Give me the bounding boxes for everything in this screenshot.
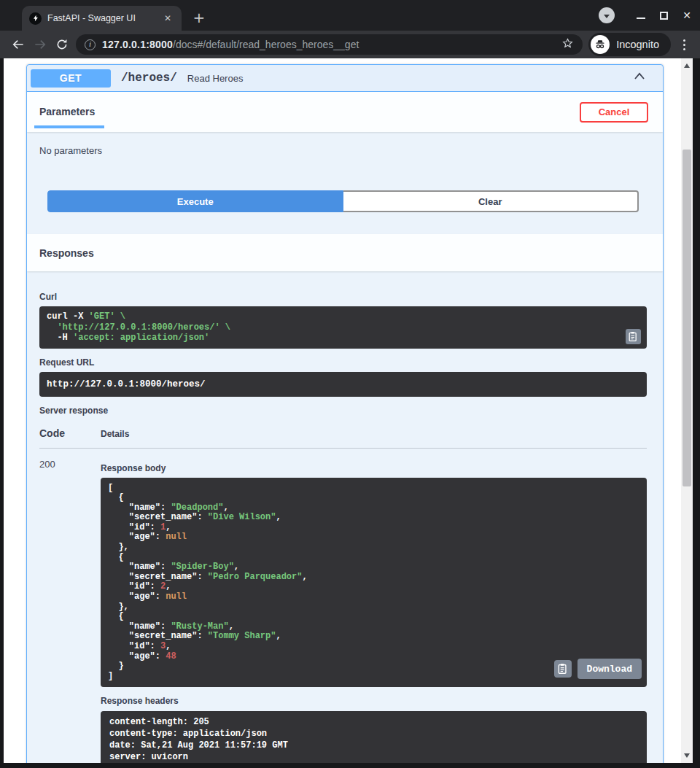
request-url-label: Request URL (39, 357, 647, 368)
execute-button[interactable]: Execute (47, 190, 343, 212)
browser-titlebar: FastAPI - Swagger UI ✕ + ✕ (0, 0, 700, 31)
site-info-icon[interactable]: i (85, 39, 96, 50)
request-url-value: http://127.0.0.1:8000/heroes/ (47, 379, 206, 389)
responses-title: Responses (39, 247, 94, 259)
swagger-page: GET /heroes/ Read Heroes Parameters Canc… (4, 58, 681, 763)
response-headers-text: content-length: 205content-type: applica… (109, 716, 638, 763)
page-content: GET /heroes/ Read Heroes Parameters Canc… (4, 58, 693, 763)
endpoint-path: /heroes/ (121, 71, 177, 85)
forward-button[interactable] (29, 37, 51, 52)
response-body-label: Response body (101, 463, 647, 473)
opblock-summary[interactable]: GET /heroes/ Read Heroes (27, 65, 663, 92)
browser-tab[interactable]: FastAPI - Swagger UI ✕ (22, 6, 182, 31)
url-text[interactable]: 127.0.0.1:8000/docs#/default/read_heroes… (102, 39, 555, 50)
download-button[interactable]: Download (578, 659, 642, 679)
tab-parameters[interactable]: Parameters (39, 106, 95, 119)
address-bar[interactable]: i 127.0.0.1:8000/docs#/default/read_hero… (76, 34, 583, 55)
url-host: 127.0.0.1:8000 (102, 39, 173, 50)
server-response-table: Code Details 200 Response body [ { "name… (39, 427, 647, 764)
curl-command-block: curl -X 'GET' \ 'http://127.0.0.1:8000/h… (39, 306, 647, 349)
cancel-button[interactable]: Cancel (580, 102, 648, 123)
reload-button[interactable] (51, 38, 73, 51)
tab-close-icon[interactable]: ✕ (161, 12, 174, 25)
page-scrollbar[interactable] (681, 58, 693, 763)
minimize-button[interactable] (637, 18, 645, 19)
server-response-label: Server response (39, 406, 647, 416)
collapse-chevron-icon[interactable] (631, 68, 648, 88)
responses-body: Curl curl -X 'GET' \ 'http://127.0.0.1:8… (27, 271, 663, 763)
response-details: Response body [ { "name": "Deadpond", "s… (101, 457, 647, 764)
incognito-badge: Incognito (588, 33, 671, 56)
no-parameters-text: No parameters (39, 145, 647, 156)
curl-label: Curl (39, 292, 647, 302)
tab-search-button[interactable] (599, 7, 615, 23)
window-controls: ✕ (599, 7, 691, 23)
back-button[interactable] (7, 37, 29, 52)
fastapi-favicon-icon (29, 12, 42, 25)
parameters-body: No parameters Execute Clear (27, 132, 663, 212)
responses-header: Responses (27, 234, 663, 271)
close-window-button[interactable]: ✕ (682, 10, 691, 20)
response-body-json: [ { "name": "Deadpond", "secret_name": "… (108, 484, 639, 682)
incognito-label: Incognito (616, 39, 659, 50)
incognito-icon (591, 35, 610, 54)
scrollbar-down-icon[interactable] (684, 753, 690, 758)
status-code: 200 (39, 457, 101, 764)
code-column-header: Code (39, 427, 101, 439)
request-url-block: http://127.0.0.1:8000/heroes/ (39, 372, 647, 397)
scrollbar-up-icon[interactable] (684, 63, 690, 68)
response-headers-block: content-length: 205content-type: applica… (101, 711, 647, 763)
maximize-button[interactable] (660, 12, 668, 20)
url-path: /docs#/default/read_heroes_heroes__get (173, 39, 359, 50)
details-column-header: Details (101, 429, 129, 439)
new-tab-button[interactable]: + (190, 9, 209, 28)
scrollbar-thumb[interactable] (682, 150, 691, 486)
copy-response-button[interactable] (554, 660, 572, 678)
response-headers-label: Response headers (101, 696, 647, 706)
endpoint-summary: Read Heroes (187, 73, 244, 84)
response-row-200: 200 Response body [ { "name": "Deadpond"… (39, 449, 647, 764)
copy-curl-button[interactable] (626, 329, 641, 344)
opblock-get-heroes: GET /heroes/ Read Heroes Parameters Canc… (26, 64, 664, 763)
execute-group: Execute Clear (47, 190, 639, 212)
chevron-down-icon (604, 15, 610, 18)
response-body-block: [ { "name": "Deadpond", "secret_name": "… (101, 478, 647, 688)
curl-command-text: curl -X 'GET' \ 'http://127.0.0.1:8000/h… (47, 311, 615, 344)
tab-title: FastAPI - Swagger UI (47, 13, 155, 23)
response-body-actions: Download (554, 659, 642, 679)
browser-menu-button[interactable] (675, 39, 693, 50)
parameters-header: Parameters Cancel (27, 92, 663, 132)
bookmark-star-icon[interactable] (561, 37, 574, 53)
clear-button[interactable]: Clear (343, 190, 639, 212)
response-table-head: Code Details (39, 427, 647, 449)
browser-toolbar: i 127.0.0.1:8000/docs#/default/read_hero… (0, 31, 700, 58)
method-badge: GET (31, 69, 111, 88)
